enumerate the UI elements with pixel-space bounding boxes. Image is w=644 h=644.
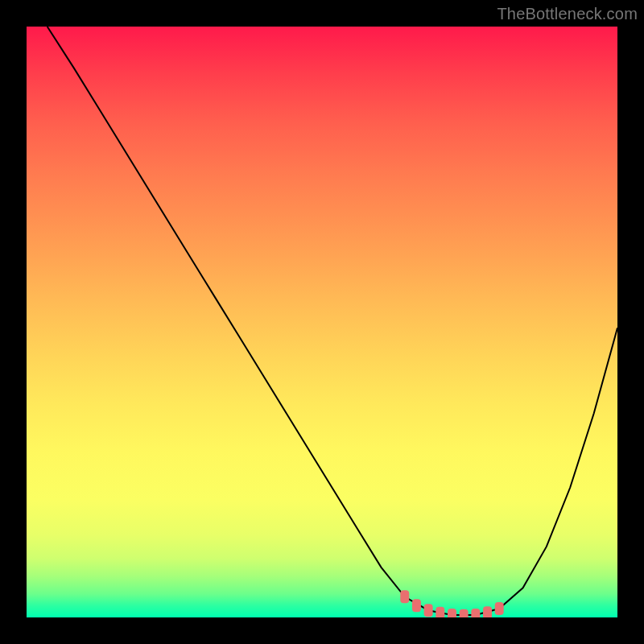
chart-frame: TheBottleneck.com xyxy=(0,0,644,644)
curve-marker xyxy=(460,609,469,617)
bottleneck-curve xyxy=(47,27,617,615)
plot-area xyxy=(27,27,617,617)
marker-group xyxy=(400,590,503,617)
curve-marker xyxy=(424,604,433,617)
curve-marker xyxy=(412,599,421,612)
curve-marker xyxy=(448,609,456,617)
curve-marker xyxy=(471,609,480,617)
chart-svg xyxy=(27,27,617,617)
curve-marker xyxy=(483,606,492,617)
watermark-text: TheBottleneck.com xyxy=(497,5,638,23)
curve-marker xyxy=(495,602,504,615)
curve-marker xyxy=(400,590,409,603)
curve-marker xyxy=(436,607,444,617)
